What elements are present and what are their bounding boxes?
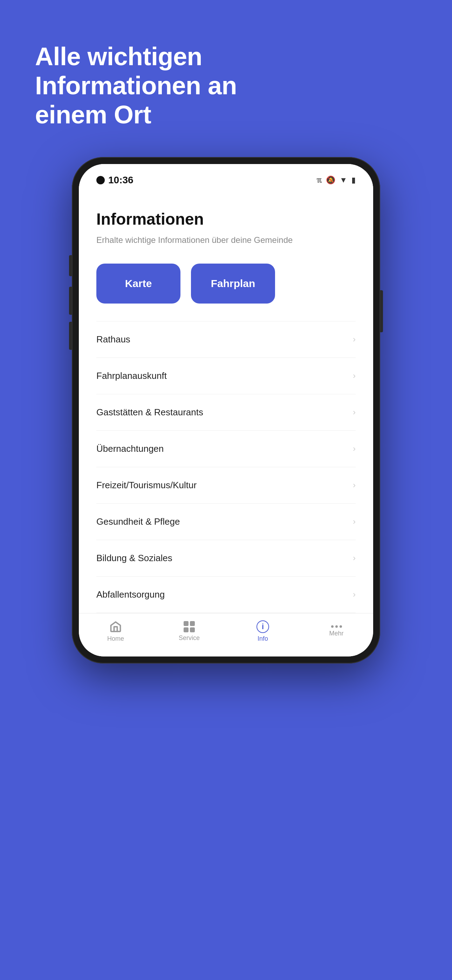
list-item-bildung[interactable]: Bildung & Soziales ›	[96, 540, 356, 577]
chevron-right-icon: ›	[353, 444, 356, 453]
bottom-nav: Home Service i Info	[79, 613, 373, 657]
volume-up-button	[69, 287, 72, 315]
chevron-right-icon: ›	[353, 407, 356, 417]
chevron-right-icon: ›	[353, 334, 356, 344]
list-item-gesundheit[interactable]: Gesundheit & Pflege ›	[96, 504, 356, 540]
bluetooth-icon: ℼ	[317, 176, 321, 185]
home-icon	[109, 620, 122, 633]
info-circle-icon: i	[256, 620, 269, 633]
page-title: Informationen	[96, 210, 356, 229]
chevron-right-icon: ›	[353, 590, 356, 599]
power-button	[380, 290, 383, 332]
service-grid-icon	[184, 621, 195, 632]
nav-item-info[interactable]: i Info	[245, 620, 280, 643]
karte-label: Karte	[125, 278, 152, 290]
nav-label-home: Home	[107, 635, 124, 643]
quick-actions: Karte Fahrplan	[96, 264, 356, 304]
info-list: Rathaus › Fahrplanauskunft › Gaststätten…	[96, 321, 356, 613]
chevron-right-icon: ›	[353, 480, 356, 490]
nav-item-service[interactable]: Service	[172, 621, 207, 642]
phone-screen: 10:36 ℼ 🔕 ▼ ▮ Informationen Erhalte wich…	[79, 164, 373, 657]
status-time: 10:36	[96, 175, 134, 186]
chevron-right-icon: ›	[353, 553, 356, 563]
nav-item-mehr[interactable]: Mehr	[319, 625, 354, 637]
wifi-icon: ▼	[339, 176, 347, 185]
list-item-freizeit[interactable]: Freizeit/Tourismus/Kultur ›	[96, 467, 356, 504]
nav-label-mehr: Mehr	[329, 630, 344, 637]
nav-label-service: Service	[179, 635, 200, 642]
list-item-rathaus[interactable]: Rathaus ›	[96, 321, 356, 358]
karte-button[interactable]: Karte	[96, 264, 180, 304]
list-item-uebernachtungen[interactable]: Übernachtungen ›	[96, 431, 356, 467]
chevron-right-icon: ›	[353, 517, 356, 527]
list-item-fahrplanauskunft[interactable]: Fahrplanauskunft ›	[96, 358, 356, 394]
phone-mockup: 10:36 ℼ 🔕 ▼ ▮ Informationen Erhalte wich…	[72, 157, 380, 663]
nav-item-home[interactable]: Home	[98, 620, 133, 643]
app-content: Informationen Erhalte wichtige Informati…	[79, 192, 373, 613]
fahrplan-label: Fahrplan	[211, 278, 255, 290]
page-subtitle: Erhalte wichtige Informationen über dein…	[96, 234, 356, 246]
status-icons: ℼ 🔕 ▼ ▮	[317, 176, 356, 185]
hero-section: Alle wichtigen Informationen an einem Or…	[0, 42, 280, 129]
bell-off-icon: 🔕	[326, 176, 335, 185]
status-bar: 10:36 ℼ 🔕 ▼ ▮	[79, 164, 373, 192]
phone-frame: 10:36 ℼ 🔕 ▼ ▮ Informationen Erhalte wich…	[72, 157, 380, 663]
list-item-gaststaetten[interactable]: Gaststätten & Restaurants ›	[96, 394, 356, 431]
list-item-abfallentsorgung[interactable]: Abfallentsorgung ›	[96, 577, 356, 613]
hero-title: Alle wichtigen Informationen an einem Or…	[35, 42, 252, 129]
more-dots-icon	[331, 625, 342, 628]
nav-label-info: Info	[258, 635, 268, 643]
camera-icon	[96, 176, 105, 185]
battery-icon: ▮	[352, 176, 356, 185]
chevron-right-icon: ›	[353, 371, 356, 381]
volume-down-button	[69, 322, 72, 350]
fahrplan-button[interactable]: Fahrplan	[191, 264, 275, 304]
